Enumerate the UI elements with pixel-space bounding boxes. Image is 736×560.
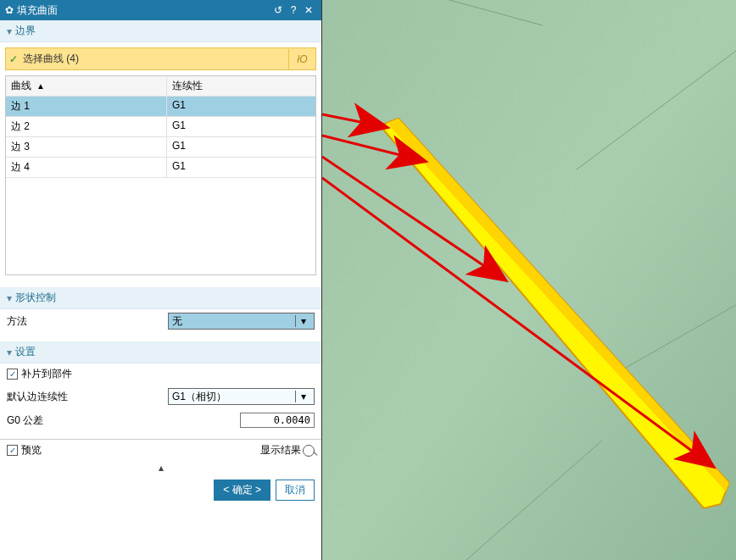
section-settings-label: 设置 <box>15 345 36 359</box>
section-boundary-header[interactable]: ▾ 边界 <box>0 20 321 42</box>
g0-tolerance-input[interactable] <box>240 413 315 428</box>
shape-method-value: 无 <box>172 314 295 329</box>
section-shape-label: 形状控制 <box>15 291 56 305</box>
chevron-down-icon: ▾ <box>295 315 310 327</box>
show-result-button[interactable]: 显示结果 <box>260 443 315 457</box>
row-continuity: G1 <box>167 158 315 178</box>
chevron-down-icon: ▾ <box>7 292 12 304</box>
section-settings-header[interactable]: ▾ 设置 <box>0 341 321 363</box>
default-continuity-select[interactable]: G1（相切） ▾ <box>168 388 315 405</box>
table-row[interactable]: 边 4G1 <box>6 158 315 178</box>
check-icon: ✓ <box>9 53 18 65</box>
row-curve: 边 1 <box>6 97 167 117</box>
preview-checkbox[interactable]: ✓ <box>7 445 18 456</box>
table-row[interactable]: 边 1G1 <box>6 97 315 117</box>
g0-tolerance-label: G0 公差 <box>7 413 168 428</box>
ok-button[interactable]: < 确定 > <box>214 480 270 501</box>
button-row: < 确定 > 取消 <box>0 474 321 506</box>
chevron-down-icon: ▾ <box>295 391 310 402</box>
chevron-down-icon: ▾ <box>7 347 12 358</box>
table-row[interactable]: 边 2G1 <box>6 117 315 137</box>
section-shape-header[interactable]: ▾ 形状控制 <box>0 287 321 309</box>
row-continuity: G1 <box>167 97 315 117</box>
shape-method-row: 方法 无 ▾ <box>0 309 321 333</box>
sort-arrow-icon: ▲ <box>36 81 45 91</box>
collapse-bar[interactable]: ▴ <box>0 461 321 474</box>
patch-to-part-row[interactable]: ✓ 补片到部件 <box>0 363 321 385</box>
row-continuity: G1 <box>167 117 315 137</box>
dialog-panel: ✿ 填充曲面 ↺ ? ✕ ▾ 边界 ✓ 选择曲线 (4) łO 曲线 ▲ 连续性… <box>0 0 322 560</box>
boundary-table: 曲线 ▲ 连续性 边 1G1边 2G1边 3G1边 4G1 <box>5 75 316 275</box>
default-continuity-value: G1（相切） <box>172 390 295 404</box>
preview-row: ✓ 预览 显示结果 <box>0 439 321 461</box>
default-continuity-label: 默认边连续性 <box>7 390 168 404</box>
curve-select-label: 选择曲线 (4) <box>21 48 288 69</box>
magnifier-icon <box>303 445 315 457</box>
row-curve: 边 4 <box>6 158 167 178</box>
table-head: 曲线 ▲ 连续性 <box>6 76 315 97</box>
col-continuity[interactable]: 连续性 <box>167 76 315 97</box>
help-icon[interactable]: ? <box>286 4 301 16</box>
gear-icon: ✿ <box>5 4 14 16</box>
chevron-down-icon: ▾ <box>7 25 12 37</box>
shape-method-select[interactable]: 无 ▾ <box>168 313 315 330</box>
preview-label: 预览 <box>21 443 42 457</box>
dialog-title: 填充曲面 <box>17 3 270 18</box>
cancel-button[interactable]: 取消 <box>276 480 315 501</box>
titlebar: ✿ 填充曲面 ↺ ? ✕ <box>0 0 321 20</box>
reset-icon[interactable]: ↺ <box>270 4 286 16</box>
shape-method-label: 方法 <box>7 314 168 329</box>
patch-to-part-checkbox[interactable]: ✓ <box>7 369 18 380</box>
row-curve: 边 3 <box>6 137 167 158</box>
row-curve: 边 2 <box>6 117 167 137</box>
section-boundary-label: 边界 <box>15 24 36 38</box>
curve-select-bar[interactable]: ✓ 选择曲线 (4) łO <box>5 47 316 70</box>
close-icon[interactable]: ✕ <box>301 4 316 16</box>
show-result-label: 显示结果 <box>260 443 301 457</box>
table-row[interactable]: 边 3G1 <box>6 137 315 158</box>
g0-tolerance-row: G0 公差 <box>0 408 321 432</box>
default-continuity-row: 默认边连续性 G1（相切） ▾ <box>0 385 321 408</box>
viewport[interactable] <box>322 0 736 560</box>
patch-to-part-label: 补片到部件 <box>21 367 72 381</box>
curve-select-icon[interactable]: łO <box>288 49 315 69</box>
col-curve[interactable]: 曲线 ▲ <box>6 76 167 97</box>
row-continuity: G1 <box>167 137 315 158</box>
